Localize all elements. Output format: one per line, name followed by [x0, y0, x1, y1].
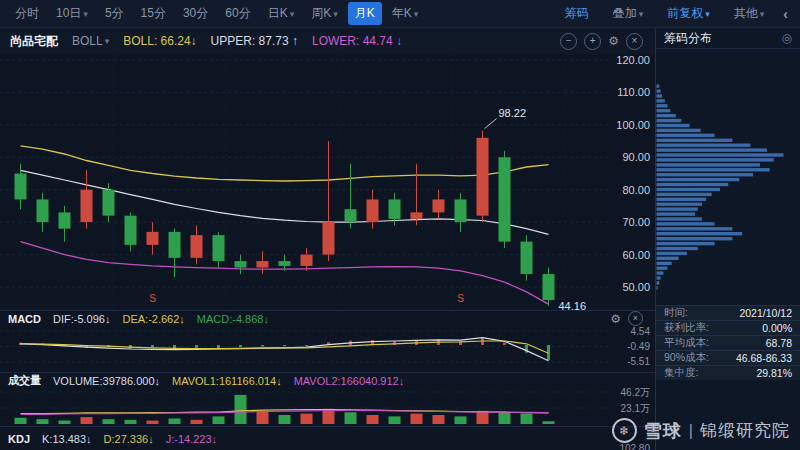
volume-axis-label: 46.2万	[621, 388, 650, 398]
tab-30min[interactable]: 30分	[176, 2, 215, 25]
price-axis-label: 50.00	[622, 281, 650, 293]
tab-label: 10日	[56, 5, 81, 22]
tab-daily-k[interactable]: 日K▾	[261, 2, 302, 25]
kdj-panel-header: KDJ K:13.483↓ D:27.336↓ J:-14.223↓	[0, 426, 655, 450]
zoom-out-button[interactable]: −	[560, 33, 577, 50]
stat-label: 时间:	[664, 306, 688, 320]
snowflake-glyph: ❄	[619, 424, 629, 438]
tab-label: 60分	[225, 5, 250, 22]
price-axis-label: 70.00	[622, 216, 650, 228]
chevron-down-icon: ▾	[333, 9, 338, 19]
tab-label: 月K	[355, 5, 375, 22]
last-price-label: 44.16	[559, 300, 587, 310]
watermark-divider: |	[689, 422, 693, 440]
chevron-down-icon: ▾	[290, 9, 295, 19]
chevron-down-icon: ▾	[105, 36, 110, 46]
overlay-dropdown[interactable]: 叠加▾	[606, 2, 651, 25]
kdj-j-value: J:-14.223↓	[166, 433, 217, 445]
macd-settings-icon[interactable]: ⚙	[610, 312, 621, 326]
boll-lower-value: LOWER: 44.74 ↓	[312, 34, 402, 48]
price-axis-label: 100.00	[616, 119, 650, 131]
stat-row-avg-cost: 平均成本: 68.78	[656, 335, 800, 350]
settings-gear-icon[interactable]: ⚙	[608, 34, 619, 48]
tab-monthly-k[interactable]: 月K	[348, 2, 382, 25]
indicator-selector[interactable]: BOLL▾	[72, 34, 109, 48]
macd-grid-layer	[0, 331, 612, 362]
macd-axis-label: -0.49	[627, 341, 650, 352]
toolbar-right-group: 筹码 叠加▾ 前复权▾ 其他▾ ‹	[558, 2, 800, 25]
stat-row-concentration: 集中度: 29.81%	[656, 365, 800, 380]
main-chart-svg: 120.00110.00100.0090.0080.0070.0060.0050…	[0, 54, 655, 310]
tab-label: 周K	[311, 5, 331, 22]
tab-15min[interactable]: 15分	[134, 2, 173, 25]
crosshair-icon[interactable]: ◎	[782, 31, 792, 45]
tab-weekly-k[interactable]: 周K▾	[304, 2, 345, 25]
boll-mid-value: BOLL: 66.24↓	[123, 34, 196, 48]
chevron-down-icon: ▾	[760, 9, 765, 19]
tab-60min[interactable]: 60分	[218, 2, 257, 25]
kdj-d-value: D:27.336↓	[104, 433, 154, 445]
dropdown-label: 前复权	[667, 5, 703, 22]
volume-title: 成交量	[8, 373, 41, 388]
adjust-dropdown[interactable]: 前复权▾	[660, 2, 717, 25]
macd-close-icon[interactable]: ×	[628, 311, 643, 326]
collapse-panel-icon[interactable]: ‹	[781, 6, 790, 22]
chip-distribution-panel: 筹码分布 ◎ 时间: 2021/10/12 获利比率: 0.00% 平均成本: …	[655, 28, 800, 450]
mavol2-value: MAVOL2:166040.912↓	[294, 375, 404, 387]
macd-lines-layer	[21, 338, 549, 361]
snowflake-icon: ❄	[612, 418, 637, 443]
xueqiu-watermark: ❄ 雪球 | 锦缎研究院	[612, 418, 790, 443]
chip-panel-header: 筹码分布 ◎	[656, 28, 800, 49]
chip-stats: 时间: 2021/10/12 获利比率: 0.00% 平均成本: 68.78 9…	[656, 305, 800, 380]
volume-value: VOLUME:39786.000↓	[53, 375, 160, 387]
price-axis-label: 80.00	[622, 184, 650, 196]
close-indicator-button[interactable]: ×	[626, 33, 643, 50]
macd-dea-value: DEA:-2.662↓	[122, 313, 184, 325]
period-tabs: 分时 10日▾ 5分 15分 30分 60分 日K▾ 周K▾ 月K 年K▾	[0, 2, 425, 25]
tab-label: 年K	[392, 5, 412, 22]
mavol-lines-layer	[21, 410, 549, 415]
peak-price-label: 98.22	[499, 107, 527, 119]
kdj-k-value: K:13.483↓	[42, 433, 92, 445]
zoom-in-button[interactable]: +	[584, 33, 601, 50]
dropdown-label: 其他	[734, 5, 758, 22]
stat-value: 2021/10/12	[739, 307, 792, 319]
stat-label: 获利比率:	[664, 321, 709, 335]
volume-grid-layer	[0, 392, 612, 408]
tab-label: 30分	[183, 5, 208, 22]
macd-dif-value: DIF:-5.096↓	[53, 313, 110, 325]
price-axis-label: 90.00	[622, 151, 650, 163]
boll-lines-layer	[21, 146, 549, 304]
stat-row-90pct-cost: 90%成本: 46.68-86.33	[656, 350, 800, 365]
other-dropdown[interactable]: 其他▾	[727, 2, 772, 25]
tab-10day[interactable]: 10日▾	[49, 2, 95, 25]
chevron-down-icon: ▾	[83, 9, 88, 19]
price-axis-label: 120.00	[616, 54, 650, 66]
grid-layer	[0, 54, 612, 310]
watermark-brand: 雪球	[644, 419, 682, 443]
indicator-bar: 尚品宅配 BOLL▾ BOLL: 66.24↓ UPPER: 87.73 ↑ L…	[0, 28, 655, 54]
tab-5min[interactable]: 5分	[98, 2, 131, 25]
stock-chart-app: 分时 10日▾ 5分 15分 30分 60分 日K▾ 周K▾ 月K 年K▾ 筹码…	[0, 0, 800, 450]
mavol1-value: MAVOL1:161166.014↓	[172, 375, 282, 387]
chip-panel-title: 筹码分布	[664, 30, 712, 47]
chip-histogram	[656, 49, 800, 305]
dropdown-label: 叠加	[613, 5, 637, 22]
main-candlestick-chart[interactable]: 120.00110.00100.0090.0080.0070.0060.0050…	[0, 54, 655, 310]
stat-label: 90%成本:	[664, 351, 709, 365]
chevron-down-icon: ▾	[705, 9, 710, 19]
chevron-down-icon: ▾	[639, 9, 644, 19]
macd-chart-svg: 4.54-0.49-5.51	[0, 326, 655, 372]
stat-row-profit-ratio: 获利比率: 0.00%	[656, 320, 800, 335]
chips-link[interactable]: 筹码	[558, 2, 596, 25]
tab-minute[interactable]: 分时	[8, 2, 46, 25]
macd-hist-value: MACD:-4.868↓	[197, 313, 269, 325]
stat-value: 0.00%	[762, 322, 792, 334]
tab-yearly-k[interactable]: 年K▾	[385, 2, 426, 25]
stat-label: 平均成本:	[664, 336, 709, 350]
volume-chart[interactable]: 46.2万23.1万	[0, 388, 655, 426]
macd-chart[interactable]: 4.54-0.49-5.51	[0, 326, 655, 372]
volume-panel-header: 成交量 VOLUME:39786.000↓ MAVOL1:161166.014↓…	[0, 372, 655, 388]
macd-title: MACD	[8, 313, 41, 325]
chip-bars-layer	[657, 84, 784, 289]
